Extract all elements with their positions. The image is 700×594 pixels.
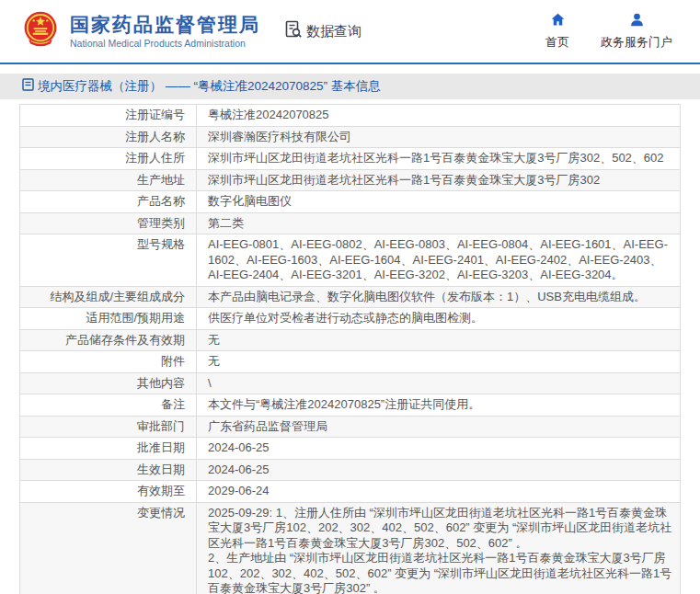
row-label: 管理类别 — [20, 213, 197, 234]
site-title: 国家药品监督管理局 — [70, 14, 260, 36]
row-value: 粤械注准20242070825 — [197, 105, 680, 126]
row-value: 2029-06-24 — [197, 481, 680, 502]
table-row: 产品储存条件及有效期 无 — [20, 330, 680, 352]
row-label: 其他内容 — [20, 373, 197, 394]
table-row: 产品名称 数字化脑电图仪 — [20, 191, 680, 213]
row-value: 本文件与“粤械注准20242070825”注册证共同使用。 — [197, 394, 680, 416]
row-value: 深圳市坪山区龙田街道老坑社区光科一路1号百泰黄金珠宝大厦3号厂房302 — [197, 170, 680, 191]
table-row: 适用范围/预期用途 供医疗单位对受检者进行动态或静态的脑电图检测。 — [20, 308, 680, 330]
table-row: 生产地址 深圳市坪山区龙田街道老坑社区光科一路1号百泰黄金珠宝大厦3号厂房302 — [20, 170, 680, 192]
row-label: 变更情况 — [20, 503, 197, 594]
table-row: 其他内容 \ — [20, 373, 680, 395]
row-label: 有效期至 — [20, 481, 197, 502]
row-label: 产品名称 — [20, 191, 197, 212]
table-row: 注册人住所 深圳市坪山区龙田街道老坑社区光科一路1号百泰黄金珠宝大厦3号厂房30… — [20, 148, 680, 170]
row-value: 2025-09-29: 1、注册人住所由 “深圳市坪山区龙田街道老坑社区光科一路… — [197, 503, 680, 594]
site-subtitle: National Medical Products Administration — [70, 38, 260, 49]
page: 国家药品监督管理局 National Medical Products Admi… — [0, 0, 700, 594]
table-row: 批准日期 2024-06-25 — [20, 438, 680, 460]
site-header: 国家药品监督管理局 National Medical Products Admi… — [0, 0, 700, 64]
row-value: 无 — [197, 351, 680, 372]
registration-info-table: 注册证编号 粤械注准20242070825 注册人名称 深圳睿瀚医疗科技有限公司… — [19, 104, 681, 594]
table-row: 附件 无 — [20, 351, 680, 373]
breadcrumb: 境内医疗器械（注册） —— “粤械注准20242070825” 基本信息 — [38, 78, 381, 95]
row-value: 深圳睿瀚医疗科技有限公司 — [197, 127, 680, 148]
table-row: 型号规格 AI-EEG-0801、AI-EEG-0802、AI-EEG-0803… — [20, 234, 680, 287]
breadcrumb-bar: 境内医疗器械（注册） —— “粤械注准20242070825” 基本信息 — [0, 74, 700, 99]
row-value: 2024-06-25 — [197, 460, 680, 481]
user-icon — [629, 12, 645, 34]
row-label: 产品储存条件及有效期 — [20, 330, 197, 351]
row-label: 适用范围/预期用途 — [20, 308, 197, 329]
row-label: 结构及组成/主要组成成分 — [20, 287, 197, 308]
nav-item-portal[interactable]: 政务服务门户 — [601, 12, 672, 51]
home-icon — [550, 12, 566, 34]
data-query-label: 数据查询 — [306, 23, 361, 40]
table-row: 审批部门 广东省药品监督管理局 — [20, 417, 680, 439]
header-spacer — [0, 64, 700, 74]
table-row-change-history: 变更情况 2025-09-29: 1、注册人住所由 “深圳市坪山区龙田街道老坑社… — [20, 503, 680, 594]
row-label: 注册证编号 — [20, 105, 197, 126]
brand[interactable]: 国家药品监督管理局 National Medical Products Admi… — [20, 9, 260, 53]
nav-item-home[interactable]: 首页 — [545, 12, 569, 51]
table-row: 注册证编号 粤械注准20242070825 — [20, 105, 680, 127]
document-search-icon — [284, 20, 306, 42]
table-row: 生效日期 2024-06-25 — [20, 460, 680, 482]
table-row: 有效期至 2029-06-24 — [20, 481, 680, 503]
nav-item-label: 政务服务门户 — [601, 34, 672, 51]
row-label: 注册人名称 — [20, 127, 197, 148]
table-row: 备注 本文件与“粤械注准20242070825”注册证共同使用。 — [20, 394, 680, 417]
data-query-button[interactable]: 数据查询 — [284, 20, 361, 42]
row-value: 第二类 — [197, 213, 680, 234]
row-value: 本产品由脑电记录盒、数字化脑电图仪软件（发布版本：1）、USB充电电缆组成。 — [197, 287, 680, 308]
row-label: 注册人住所 — [20, 148, 197, 169]
brand-text: 国家药品监督管理局 National Medical Products Admi… — [70, 14, 260, 49]
row-value: 供医疗单位对受检者进行动态或静态的脑电图检测。 — [197, 308, 680, 329]
row-label: 生产地址 — [20, 170, 197, 191]
row-label: 型号规格 — [20, 234, 197, 286]
nav-item-label: 首页 — [545, 34, 569, 51]
table-row: 注册人名称 深圳睿瀚医疗科技有限公司 — [20, 127, 680, 149]
national-emblem-icon — [20, 9, 61, 53]
row-label: 生效日期 — [20, 460, 197, 481]
row-label: 备注 — [20, 394, 197, 416]
header-nav: 首页 政务服务门户 — [545, 12, 680, 51]
row-value: \ — [197, 373, 680, 394]
row-value: 广东省药品监督管理局 — [197, 417, 680, 438]
content-area: 注册证编号 粤械注准20242070825 注册人名称 深圳睿瀚医疗科技有限公司… — [0, 99, 700, 594]
table-row: 结构及组成/主要组成成分 本产品由脑电记录盒、数字化脑电图仪软件（发布版本：1）… — [20, 287, 680, 309]
row-value: AI-EEG-0801、AI-EEG-0802、AI-EEG-0803、AI-E… — [197, 234, 680, 286]
row-label: 批准日期 — [20, 438, 197, 459]
document-icon — [22, 78, 38, 95]
table-row: 管理类别 第二类 — [20, 213, 680, 235]
row-label: 审批部门 — [20, 417, 197, 438]
row-value: 2024-06-25 — [197, 438, 680, 459]
row-label: 附件 — [20, 351, 197, 372]
row-value: 深圳市坪山区龙田街道老坑社区光科一路1号百泰黄金珠宝大厦3号厂房302、502、… — [197, 148, 680, 169]
row-value: 数字化脑电图仪 — [197, 191, 680, 212]
row-value: 无 — [197, 330, 680, 351]
